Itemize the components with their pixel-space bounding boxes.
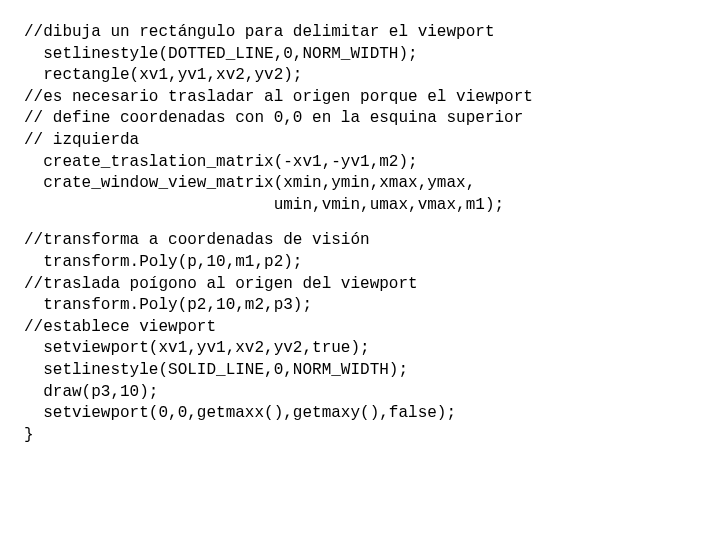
code-line: transform.Poly(p,10,m1,p2); — [24, 252, 696, 274]
code-line: umin,vmin,umax,vmax,m1); — [24, 195, 696, 217]
code-line: //es necesario trasladar al origen porqu… — [24, 87, 696, 109]
code-line: create_traslation_matrix(-xv1,-yv1,m2); — [24, 152, 696, 174]
code-line: transform.Poly(p2,10,m2,p3); — [24, 295, 696, 317]
code-line: } — [24, 425, 696, 447]
code-block-1: //dibuja un rectángulo para delimitar el… — [24, 22, 696, 216]
code-line: rectangle(xv1,yv1,xv2,yv2); — [24, 65, 696, 87]
code-line: setviewport(0,0,getmaxx(),getmaxy(),fals… — [24, 403, 696, 425]
code-line: setlinestyle(DOTTED_LINE,0,NORM_WIDTH); — [24, 44, 696, 66]
code-line: setviewport(xv1,yv1,xv2,yv2,true); — [24, 338, 696, 360]
code-line: // define coordenadas con 0,0 en la esqu… — [24, 108, 696, 130]
code-line: draw(p3,10); — [24, 382, 696, 404]
code-line: //dibuja un rectángulo para delimitar el… — [24, 22, 696, 44]
code-line: //transforma a coordenadas de visión — [24, 230, 696, 252]
code-line: //traslada poígono al origen del viewpor… — [24, 274, 696, 296]
code-line: //establece viewport — [24, 317, 696, 339]
code-line: // izquierda — [24, 130, 696, 152]
code-block-2: //transforma a coordenadas de visión tra… — [24, 230, 696, 446]
code-line: crate_window_view_matrix(xmin,ymin,xmax,… — [24, 173, 696, 195]
code-line: setlinestyle(SOLID_LINE,0,NORM_WIDTH); — [24, 360, 696, 382]
